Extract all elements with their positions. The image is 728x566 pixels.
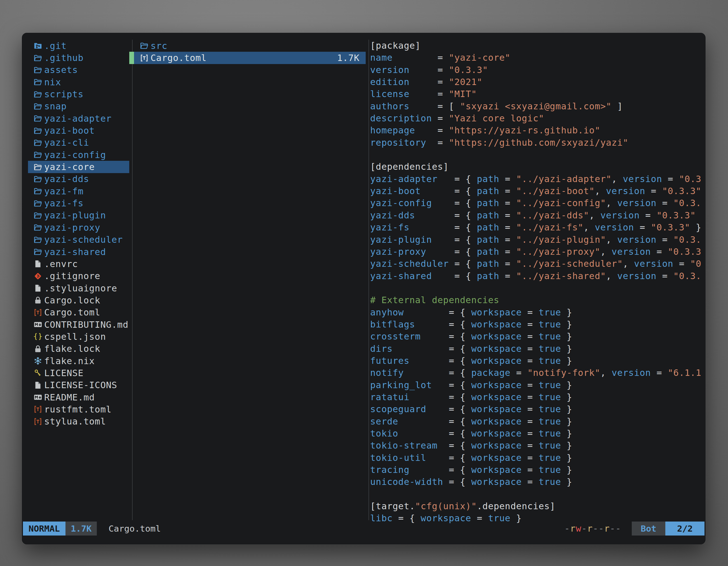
dir-row[interactable]: yazi-scheduler	[28, 234, 129, 246]
code-line: yazi-boot = { path = "../yazi-boot", ver…	[370, 185, 705, 197]
code-line	[370, 149, 705, 161]
file-icon	[34, 381, 44, 389]
folder-icon	[34, 90, 44, 99]
entry-name: nix	[44, 77, 61, 88]
dir-row[interactable]: nix	[28, 76, 129, 88]
entry-name: snap	[44, 101, 67, 112]
dir-row[interactable]: assets	[28, 64, 129, 76]
code-line: unicode-width = { workspace = true }	[370, 476, 705, 488]
entry-name: src	[151, 41, 167, 51]
file-row[interactable]: flake.lock	[28, 343, 129, 355]
file-row[interactable]: CONTRIBUTING.md	[28, 318, 129, 330]
dir-row[interactable]: scripts	[28, 88, 129, 100]
entry-name: yazi-boot	[44, 125, 95, 136]
file-row[interactable]: cspell.json	[28, 330, 129, 342]
dir-row[interactable]: yazi-core	[28, 161, 129, 173]
entry-name: yazi-fm	[44, 186, 83, 197]
dir-row[interactable]: yazi-config	[28, 149, 129, 161]
current-pane[interactable]: srcCargo.toml1.7K	[129, 40, 366, 64]
file-row[interactable]: Cargo.toml	[28, 306, 129, 318]
folder-icon	[34, 236, 44, 244]
code-line: yazi-dds = { path = "../yazi-dds", versi…	[370, 210, 705, 222]
entry-name: Cargo.lock	[44, 295, 100, 305]
lock-icon	[34, 296, 44, 304]
file-row[interactable]: stylua.toml	[28, 415, 129, 427]
file-row[interactable]: README.md	[28, 391, 129, 403]
dir-row[interactable]: yazi-fm	[28, 185, 129, 197]
file-size-badge: 1.7K	[65, 522, 97, 536]
folder-icon	[34, 223, 44, 232]
file-row[interactable]: Cargo.lock	[28, 294, 129, 306]
code-line: notify = { package = "notify-fork", vers…	[370, 367, 705, 379]
cursor-counter-badge: 2/2	[665, 522, 704, 536]
entry-name: flake.lock	[44, 343, 100, 354]
code-line: futures = { workspace = true }	[370, 355, 705, 367]
folder-icon	[34, 187, 44, 196]
entry-name: stylua.toml	[44, 416, 106, 427]
file-row[interactable]: rustfmt.toml	[28, 403, 129, 415]
code-line: crossterm = { workspace = true }	[370, 330, 705, 342]
status-bar: NORMAL 1.7K Cargo.toml -rw-r--r-- Bot 2/…	[23, 522, 704, 536]
code-line	[370, 282, 705, 294]
code-line: tracing = { workspace = true }	[370, 464, 705, 476]
dir-row[interactable]: yazi-shared	[28, 246, 129, 258]
code-line: ratatui = { workspace = true }	[370, 391, 705, 403]
folder-icon	[34, 199, 44, 208]
toml-icon	[34, 308, 44, 317]
git-folder-icon	[34, 41, 44, 50]
file-row[interactable]: LICENSE	[28, 367, 129, 379]
file-row[interactable]: flake.nix	[28, 355, 129, 367]
code-line: parking_lot = { workspace = true }	[370, 379, 705, 391]
file-row[interactable]: .gitignore	[28, 270, 129, 282]
nix-snowflake-icon	[34, 356, 44, 365]
code-line: # External dependencies	[370, 294, 705, 306]
code-line: tokio = { workspace = true }	[370, 427, 705, 440]
permissions-indicator: -rw-r--r--	[564, 523, 621, 534]
code-line: tokio-stream = { workspace = true }	[370, 440, 705, 452]
entry-name: rustfmt.toml	[44, 404, 112, 415]
dir-row[interactable]: src	[129, 40, 366, 52]
parent-pane[interactable]: .git.githubassetsnixscriptssnapyazi-adap…	[28, 40, 129, 427]
entry-name: .gitignore	[44, 271, 100, 281]
dir-row[interactable]: .github	[28, 52, 129, 64]
file-row[interactable]: LICENSE-ICONS	[28, 379, 129, 391]
folder-icon	[34, 139, 44, 147]
folder-icon	[34, 163, 44, 172]
entry-name: yazi-dds	[44, 174, 89, 184]
code-line: yazi-scheduler = { path = "../yazi-sched…	[370, 258, 705, 270]
entry-name: README.md	[44, 392, 95, 403]
file-icon	[34, 284, 44, 292]
dir-row[interactable]: yazi-fs	[28, 197, 129, 209]
entry-name: .styluaignore	[44, 283, 117, 293]
toml-icon	[34, 417, 44, 426]
pane-separator	[368, 40, 369, 520]
folder-icon	[34, 66, 44, 74]
code-line: yazi-fs = { path = "../yazi-fs", version…	[370, 222, 705, 234]
code-line: yazi-plugin = { path = "../yazi-plugin",…	[370, 234, 705, 246]
entry-name: yazi-core	[44, 162, 95, 172]
dir-row[interactable]: yazi-cli	[28, 137, 129, 149]
entry-name: CONTRIBUTING.md	[44, 319, 128, 330]
dir-row[interactable]: yazi-adapter	[28, 112, 129, 125]
entry-size: 1.7K	[337, 53, 366, 63]
file-row[interactable]: .styluaignore	[28, 282, 129, 294]
preview-pane[interactable]: [package]name = "yazi-core"version = "0.…	[370, 40, 705, 535]
dir-row[interactable]: yazi-proxy	[28, 222, 129, 234]
code-line: yazi-adapter = { path = "../yazi-adapter…	[370, 173, 705, 185]
entry-name: flake.nix	[44, 356, 95, 366]
folder-icon	[34, 211, 44, 220]
entry-name: .github	[44, 53, 83, 63]
file-row[interactable]: Cargo.toml1.7K	[129, 52, 366, 64]
entry-name: scripts	[44, 89, 83, 100]
markdown-icon	[34, 393, 44, 401]
entry-name: Cargo.toml	[151, 53, 207, 63]
dir-row[interactable]: snap	[28, 100, 129, 112]
code-line: version = "0.3.3"	[370, 64, 705, 76]
file-row[interactable]: .envrc	[28, 258, 129, 270]
dir-row[interactable]: yazi-boot	[28, 125, 129, 137]
dir-row[interactable]: yazi-plugin	[28, 210, 129, 222]
folder-icon	[34, 248, 44, 256]
dir-row[interactable]: .git	[28, 40, 129, 52]
dir-row[interactable]: yazi-dds	[28, 173, 129, 185]
code-line: [dependencies]	[370, 161, 705, 173]
